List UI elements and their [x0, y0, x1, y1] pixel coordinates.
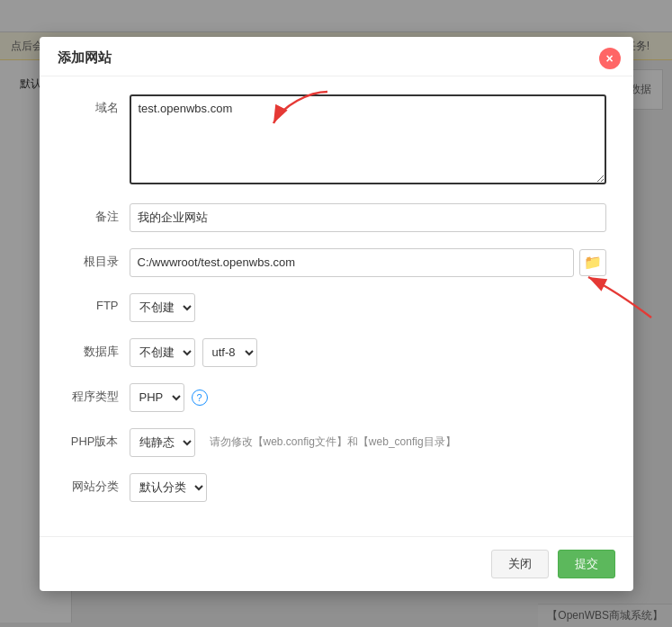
- dialog-title: 添加网站: [58, 49, 112, 67]
- dialog-footer: 关闭 提交: [40, 536, 633, 591]
- db-select[interactable]: 不创建: [130, 338, 195, 367]
- close-dialog-button[interactable]: 关闭: [491, 550, 549, 578]
- rootdir-label: 根目录: [67, 248, 130, 270]
- remark-field: [130, 203, 606, 232]
- rootdir-field: 📁: [130, 248, 606, 277]
- db-label: 数据库: [67, 338, 130, 360]
- db-encoding-select[interactable]: utf-8: [202, 338, 257, 367]
- ftp-row: FTP 不创建: [67, 293, 606, 322]
- modal-overlay: 添加网站 × 域名 test.openwbs.com: [0, 0, 672, 627]
- php-version-label: PHP版本: [67, 428, 130, 450]
- php-version-field: 纯静态 请勿修改【web.config文件】和【web_config目录】: [130, 428, 606, 457]
- rootdir-input-group: 📁: [130, 248, 606, 277]
- dialog-header: 添加网站: [40, 37, 633, 76]
- remark-row: 备注: [67, 203, 606, 232]
- program-label: 程序类型: [67, 383, 130, 405]
- program-row: 程序类型 PHP ?: [67, 383, 606, 412]
- submit-button[interactable]: 提交: [558, 550, 615, 578]
- db-field: 不创建 utf-8: [130, 338, 606, 367]
- db-select-group: 不创建 utf-8: [130, 338, 606, 367]
- program-select-group: PHP ?: [130, 383, 606, 412]
- category-field: 默认分类: [130, 473, 606, 502]
- category-row: 网站分类 默认分类: [67, 473, 606, 502]
- domain-label: 域名: [67, 94, 130, 116]
- dialog-body: 域名 test.openwbs.com 备注: [40, 76, 633, 536]
- domain-row: 域名 test.openwbs.com: [67, 94, 606, 187]
- category-label: 网站分类: [67, 473, 130, 495]
- ftp-field: 不创建: [130, 293, 606, 322]
- remark-label: 备注: [67, 203, 130, 225]
- rootdir-input[interactable]: [130, 248, 574, 277]
- program-help-icon[interactable]: ?: [192, 390, 208, 406]
- program-field: PHP ?: [130, 383, 606, 412]
- folder-browse-button[interactable]: 📁: [579, 249, 606, 276]
- domain-input[interactable]: test.openwbs.com: [130, 94, 606, 184]
- remark-input[interactable]: [130, 203, 606, 232]
- folder-icon: 📁: [584, 254, 602, 271]
- ftp-select[interactable]: 不创建: [130, 293, 195, 322]
- rootdir-row: 根目录 📁: [67, 248, 606, 277]
- php-version-group: 纯静态 请勿修改【web.config文件】和【web_config目录】: [130, 428, 606, 457]
- ftp-label: FTP: [67, 293, 130, 312]
- program-select[interactable]: PHP: [130, 383, 184, 412]
- category-select[interactable]: 默认分类: [130, 473, 207, 502]
- close-button[interactable]: ×: [599, 48, 621, 69]
- domain-field: test.openwbs.com: [130, 94, 606, 187]
- php-hint-text: 请勿修改【web.config文件】和【web_config目录】: [210, 434, 456, 450]
- db-row: 数据库 不创建 utf-8: [67, 338, 606, 367]
- add-site-dialog: 添加网站 × 域名 test.openwbs.com: [40, 37, 633, 591]
- php-version-select[interactable]: 纯静态: [130, 428, 195, 457]
- php-version-row: PHP版本 纯静态 请勿修改【web.config文件】和【web_config…: [67, 428, 606, 457]
